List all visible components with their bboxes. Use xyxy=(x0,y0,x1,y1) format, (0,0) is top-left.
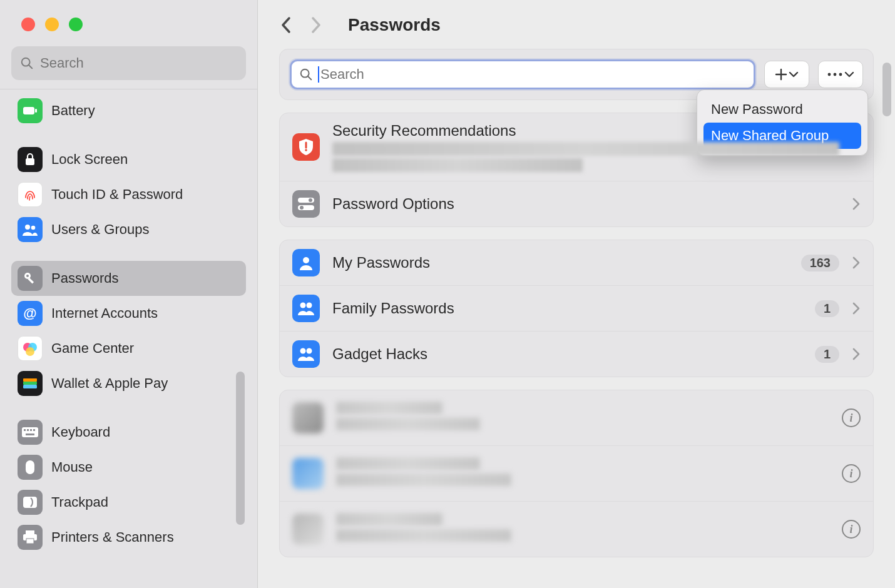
sidebar-scrollbar[interactable] xyxy=(236,372,245,525)
info-button[interactable]: i xyxy=(842,408,861,427)
sidebar-item-keyboard[interactable]: Keyboard xyxy=(11,415,246,450)
sidebar-item-label: Users & Groups xyxy=(51,221,150,238)
row-my-passwords[interactable]: My Passwords 163 xyxy=(280,240,873,285)
close-window-button[interactable] xyxy=(21,18,35,31)
ellipsis-icon xyxy=(827,72,843,77)
svg-rect-17 xyxy=(22,427,38,437)
game-center-icon xyxy=(18,336,43,361)
search-icon xyxy=(20,56,34,70)
lock-icon xyxy=(18,147,43,172)
svg-rect-24 xyxy=(23,497,37,508)
minimize-window-button[interactable] xyxy=(45,18,59,31)
svg-point-33 xyxy=(834,73,837,76)
printer-icon xyxy=(18,525,43,550)
mouse-icon xyxy=(18,455,43,480)
svg-rect-4 xyxy=(26,158,34,165)
menu-item-new-password[interactable]: New Password xyxy=(703,96,861,123)
plus-icon xyxy=(775,68,787,81)
keyboard-icon xyxy=(18,420,43,445)
svg-text:@: @ xyxy=(23,305,36,321)
main-content: Passwords xyxy=(258,0,895,588)
nav-back-button[interactable] xyxy=(279,16,293,34)
maximize-window-button[interactable] xyxy=(69,18,83,31)
site-favicon xyxy=(292,514,324,545)
redacted-subtitle xyxy=(332,142,839,156)
svg-point-41 xyxy=(300,303,306,308)
header: Passwords xyxy=(279,15,874,35)
person-icon xyxy=(292,249,320,276)
row-family-passwords[interactable]: Family Passwords 1 xyxy=(280,285,873,331)
key-icon xyxy=(18,266,43,291)
svg-point-39 xyxy=(300,206,304,210)
password-entry[interactable]: i xyxy=(280,501,873,557)
battery-icon xyxy=(18,98,43,123)
sidebar-item-label: Trackpad xyxy=(51,494,108,510)
sidebar-item-trackpad[interactable]: Trackpad xyxy=(11,485,246,520)
sidebar-item-passwords[interactable]: Passwords xyxy=(11,261,246,296)
sidebar-item-label: Wallet & Apple Pay xyxy=(51,375,168,392)
nav-forward-button[interactable] xyxy=(309,16,323,34)
sidebar-item-battery[interactable]: Battery xyxy=(11,93,246,128)
redacted-subtitle xyxy=(332,158,583,172)
people-icon xyxy=(292,295,320,322)
chevron-down-icon xyxy=(789,71,799,78)
svg-rect-3 xyxy=(35,109,37,113)
sidebar-search-input[interactable] xyxy=(40,55,237,71)
sidebar: Battery Lock Screen Touch ID & Password xyxy=(0,0,258,588)
chevron-right-icon xyxy=(852,347,861,361)
chevron-right-icon xyxy=(852,256,861,270)
fingerprint-icon xyxy=(18,182,43,207)
svg-rect-2 xyxy=(23,107,34,114)
row-title: My Passwords xyxy=(332,254,789,271)
search-icon xyxy=(299,68,313,81)
redacted-entry-text xyxy=(336,402,829,434)
svg-point-37 xyxy=(309,198,312,202)
main-search-field[interactable] xyxy=(290,59,755,89)
svg-point-42 xyxy=(307,303,312,308)
sidebar-item-label: Touch ID & Password xyxy=(51,186,183,203)
svg-point-13 xyxy=(26,347,34,356)
svg-rect-21 xyxy=(33,429,35,431)
count-badge: 163 xyxy=(801,255,839,271)
sidebar-item-printers[interactable]: Printers & Scanners xyxy=(11,520,246,555)
sidebar-item-game-center[interactable]: Game Center xyxy=(11,331,246,366)
sidebar-item-lock-screen[interactable]: Lock Screen xyxy=(11,142,246,177)
svg-point-32 xyxy=(828,73,831,76)
sidebar-item-internet-accounts[interactable]: @ Internet Accounts xyxy=(11,296,246,331)
info-button[interactable]: i xyxy=(842,464,861,483)
svg-point-6 xyxy=(31,226,36,230)
main-search-input[interactable] xyxy=(320,66,746,83)
svg-rect-27 xyxy=(26,539,34,544)
at-icon: @ xyxy=(18,301,43,326)
count-badge: 1 xyxy=(815,346,839,363)
add-button[interactable] xyxy=(764,61,809,88)
sidebar-search-field[interactable] xyxy=(11,46,246,80)
shield-alert-icon xyxy=(292,133,320,161)
toolbar-panel: New Password New Shared Group xyxy=(279,49,874,100)
sidebar-item-label: Lock Screen xyxy=(51,151,128,168)
svg-point-34 xyxy=(839,73,842,76)
more-button[interactable] xyxy=(818,61,863,88)
sidebar-item-mouse[interactable]: Mouse xyxy=(11,450,246,485)
password-entry[interactable]: i xyxy=(280,445,873,501)
window-controls xyxy=(0,0,257,31)
row-password-options[interactable]: Password Options xyxy=(280,181,873,226)
row-gadget-hacks[interactable]: Gadget Hacks 1 xyxy=(280,331,873,377)
page-title: Passwords xyxy=(348,15,441,35)
redacted-entry-text xyxy=(336,457,829,490)
svg-point-44 xyxy=(307,348,312,354)
sidebar-item-touch-id[interactable]: Touch ID & Password xyxy=(11,177,246,212)
sidebar-item-wallet[interactable]: Wallet & Apple Pay xyxy=(11,366,246,401)
info-button[interactable]: i xyxy=(842,520,861,539)
text-cursor xyxy=(318,66,319,83)
svg-point-8 xyxy=(26,275,29,277)
site-favicon xyxy=(292,402,324,433)
svg-rect-9 xyxy=(28,278,34,284)
trackpad-icon xyxy=(18,490,43,515)
sidebar-item-users-groups[interactable]: Users & Groups xyxy=(11,212,246,247)
password-entry[interactable]: i xyxy=(280,390,873,445)
svg-rect-18 xyxy=(24,429,26,431)
main-scrollbar[interactable] xyxy=(882,63,891,116)
toggle-icon xyxy=(292,190,320,218)
count-badge: 1 xyxy=(815,300,839,317)
